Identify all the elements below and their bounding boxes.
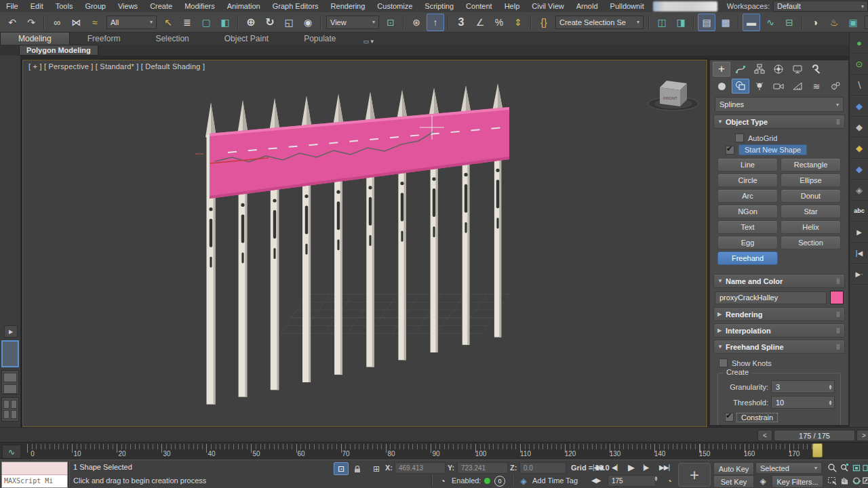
menu-tools[interactable]: Tools xyxy=(50,2,79,10)
isolate-selection-icon[interactable]: ⊡ xyxy=(334,462,349,475)
selection-region-icon[interactable]: ▢ xyxy=(197,14,215,31)
fracture-multi-icon[interactable]: ◆ xyxy=(850,159,868,180)
pin-icon[interactable]: ⊙ xyxy=(850,54,868,75)
start-new-shape-button[interactable]: Start New Shape xyxy=(738,144,807,155)
enabled-count-badge[interactable]: 0 xyxy=(494,476,505,487)
current-frame-field[interactable]: 175 xyxy=(608,475,656,487)
motion-tab-icon[interactable] xyxy=(770,62,787,77)
window-crossing-icon[interactable]: ◧ xyxy=(216,14,234,31)
object-name-field[interactable]: proxyCrackHalley xyxy=(715,291,827,304)
menu-pulldownit[interactable]: Pulldownit xyxy=(604,2,650,10)
select-and-manipulate-icon[interactable]: ⊛ xyxy=(408,14,425,31)
freehand-button[interactable]: Freehand xyxy=(717,251,778,265)
selection-filter-dropdown[interactable]: All ▾ xyxy=(106,16,157,29)
play-settings-icon[interactable]: ▶ xyxy=(850,222,868,243)
object-color-swatch[interactable] xyxy=(830,291,844,304)
egg-button[interactable]: Egg xyxy=(717,236,778,249)
arc-button[interactable]: Arc xyxy=(717,189,778,203)
abc-export-icon[interactable]: abc xyxy=(850,201,868,222)
animation-sphere-icon[interactable]: ◔ xyxy=(435,474,450,487)
create-tab-icon[interactable]: + xyxy=(713,62,730,77)
constrain-checkbox[interactable] xyxy=(725,413,734,422)
material-editor-icon[interactable]: ◑ xyxy=(806,14,824,31)
helpers-subtab-icon[interactable] xyxy=(789,79,806,94)
snaps-toggle-3d-icon[interactable]: 3 xyxy=(452,14,470,31)
rectangle-button[interactable]: Rectangle xyxy=(781,158,841,171)
key-mode-toggle-icon[interactable]: ◀▶ xyxy=(591,476,600,484)
ribbon-tab-object-paint[interactable]: Object Paint xyxy=(207,33,286,45)
utilities-tab-icon[interactable] xyxy=(808,62,825,77)
add-time-tag[interactable]: Add Time Tag xyxy=(532,476,578,485)
named-selection-sets-dropdown[interactable]: Create Selection Se ▾ xyxy=(555,16,644,29)
maxscript-mini-listener[interactable]: MAXScript Mi xyxy=(1,462,68,488)
geometry-subtab-icon[interactable] xyxy=(713,79,730,94)
menu-civil-view[interactable]: Civil View xyxy=(526,2,570,10)
menu-rendering[interactable]: Rendering xyxy=(325,2,372,10)
edit-named-selection-sets-icon[interactable]: {} xyxy=(535,14,553,31)
macro-recorder-line[interactable] xyxy=(2,462,67,475)
menu-content[interactable]: Content xyxy=(460,2,498,10)
unlink-selection-icon[interactable]: ⋈ xyxy=(67,14,85,31)
menu-help[interactable]: Help xyxy=(498,2,526,10)
next-frame-icon[interactable]: |▶ xyxy=(643,464,648,471)
cameras-subtab-icon[interactable] xyxy=(770,79,787,94)
window-resize-grip[interactable]: ⋰ xyxy=(859,481,865,487)
display-tab-icon[interactable] xyxy=(789,62,806,77)
toggle-ribbon-icon[interactable]: ▬ xyxy=(743,14,760,31)
curve-editor-icon[interactable]: ∿ xyxy=(762,14,779,31)
play-marker-icon[interactable]: ▶· xyxy=(850,264,868,285)
broom-icon[interactable]: ∖ xyxy=(850,75,868,96)
menu-scripting[interactable]: Scripting xyxy=(418,2,460,10)
start-new-shape-checkbox[interactable] xyxy=(726,146,734,155)
keyboard-shortcut-override-icon[interactable]: ↑ xyxy=(427,14,444,31)
x-coordinate-field[interactable]: 469.413 xyxy=(395,462,446,474)
menu-graph-editors[interactable]: Graph Editors xyxy=(267,2,325,10)
go-start-icon[interactable]: |◀ xyxy=(850,243,868,264)
shapes-subtab-icon[interactable] xyxy=(732,79,749,94)
frame-counter-field[interactable]: 175 / 175 xyxy=(774,430,855,441)
ribbon-tab-populate[interactable]: Populate xyxy=(286,33,353,45)
render-setup-icon[interactable]: ♨ xyxy=(825,14,843,31)
set-key-button[interactable]: Set Key xyxy=(713,475,754,488)
zoom-region-icon[interactable] xyxy=(826,475,837,486)
previous-frame-button[interactable]: < xyxy=(757,430,772,441)
menu-group[interactable]: Group xyxy=(79,2,112,10)
key-filter-icon[interactable]: ◈ xyxy=(755,474,770,487)
play-animation-icon[interactable]: ▶ xyxy=(628,462,634,472)
viewport-label[interactable]: [ + ] [ Perspective ] [ Standard* ] [ De… xyxy=(28,62,205,70)
shape-category-dropdown[interactable]: Splines ▾ xyxy=(715,97,844,112)
mirror-icon[interactable]: ◫ xyxy=(653,14,671,31)
use-pivot-point-icon[interactable]: ⊡ xyxy=(382,14,399,31)
go-to-end-icon[interactable]: ▶▶| xyxy=(659,464,669,471)
select-and-link-icon[interactable]: ∞ xyxy=(48,14,66,31)
toggle-layer-explorer-icon[interactable]: ▦ xyxy=(717,14,734,31)
zoom-icon[interactable] xyxy=(826,462,837,473)
menu-create[interactable]: Create xyxy=(144,2,178,10)
hierarchy-tab-icon[interactable] xyxy=(751,62,768,77)
freehand-spline-rollout-header[interactable]: ▼ Freehand Spline ⣿ xyxy=(713,340,845,354)
time-slider[interactable] xyxy=(812,443,823,458)
spinner-arrows-icon[interactable]: ▲▼ xyxy=(827,400,834,405)
lights-subtab-icon[interactable] xyxy=(751,79,768,94)
name-color-rollout-header[interactable]: ▼ Name and Color ⣿ xyxy=(713,274,845,288)
fracture-cube-icon[interactable]: ◆ xyxy=(850,117,868,138)
line-button[interactable]: Line xyxy=(717,158,778,171)
time-tag-cube-icon[interactable]: ◈ xyxy=(516,474,531,487)
firecracker-icon[interactable]: ◆ xyxy=(850,96,868,117)
circle-button[interactable]: Circle xyxy=(717,174,778,187)
go-to-start-icon[interactable]: |◀◀ xyxy=(593,464,603,471)
set-key-mode-button[interactable]: + xyxy=(678,463,711,487)
key-filters-button[interactable]: Key Filters... xyxy=(772,475,823,488)
selection-lock-icon[interactable] xyxy=(350,462,365,475)
modify-tab-icon[interactable] xyxy=(732,62,749,77)
menu-edit[interactable]: Edit xyxy=(24,2,50,10)
dynamics-bowling-icon[interactable]: ● xyxy=(850,33,868,54)
absolute-offset-toggle-icon[interactable]: ⊞ xyxy=(369,462,384,475)
star-button[interactable]: Star xyxy=(781,205,841,218)
helix-button[interactable]: Helix xyxy=(781,220,841,234)
viewport-layout-tab-single[interactable] xyxy=(1,340,19,367)
viewport-layout-flyout-icon[interactable]: ▶ xyxy=(4,325,18,338)
ribbon-minimize-icon[interactable]: ▭ ▾ xyxy=(363,38,374,45)
viewport-layout-tab-quad[interactable] xyxy=(1,397,19,422)
z-coordinate-field[interactable]: 0.0 xyxy=(519,462,566,474)
